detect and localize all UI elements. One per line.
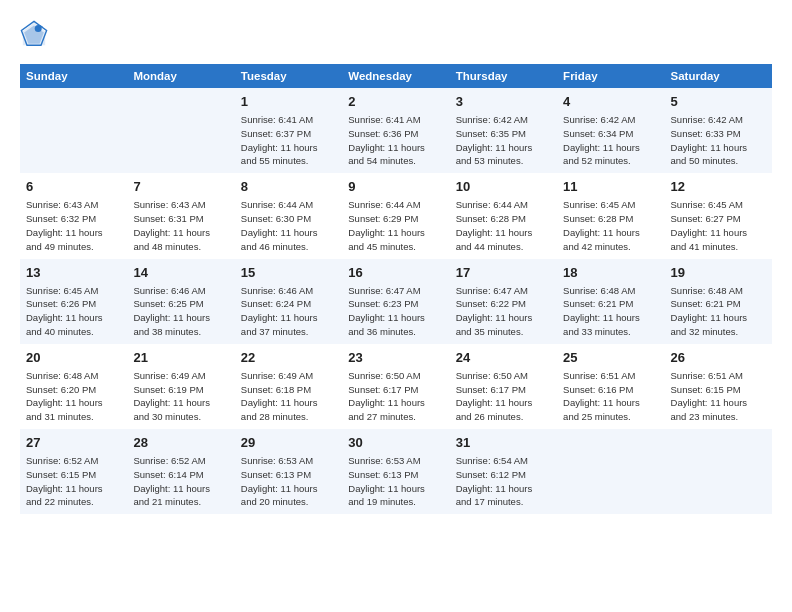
day-number: 4 [563, 93, 658, 111]
day-info: Sunrise: 6:42 AM Sunset: 6:33 PM Dayligh… [671, 113, 766, 168]
calendar-cell: 9Sunrise: 6:44 AM Sunset: 6:29 PM Daylig… [342, 173, 449, 258]
day-number: 24 [456, 349, 551, 367]
day-info: Sunrise: 6:47 AM Sunset: 6:23 PM Dayligh… [348, 284, 443, 339]
page-header [20, 20, 772, 48]
day-info: Sunrise: 6:49 AM Sunset: 6:19 PM Dayligh… [133, 369, 228, 424]
calendar-week-row: 13Sunrise: 6:45 AM Sunset: 6:26 PM Dayli… [20, 259, 772, 344]
day-info: Sunrise: 6:44 AM Sunset: 6:30 PM Dayligh… [241, 198, 336, 253]
calendar-cell: 12Sunrise: 6:45 AM Sunset: 6:27 PM Dayli… [665, 173, 772, 258]
day-number: 11 [563, 178, 658, 196]
day-number: 29 [241, 434, 336, 452]
day-info: Sunrise: 6:44 AM Sunset: 6:29 PM Dayligh… [348, 198, 443, 253]
calendar-cell: 13Sunrise: 6:45 AM Sunset: 6:26 PM Dayli… [20, 259, 127, 344]
calendar-cell [665, 429, 772, 514]
day-number: 10 [456, 178, 551, 196]
day-number: 21 [133, 349, 228, 367]
day-number: 23 [348, 349, 443, 367]
day-number: 16 [348, 264, 443, 282]
day-info: Sunrise: 6:48 AM Sunset: 6:20 PM Dayligh… [26, 369, 121, 424]
day-number: 12 [671, 178, 766, 196]
calendar-table: SundayMondayTuesdayWednesdayThursdayFrid… [20, 64, 772, 514]
day-info: Sunrise: 6:45 AM Sunset: 6:28 PM Dayligh… [563, 198, 658, 253]
day-info: Sunrise: 6:50 AM Sunset: 6:17 PM Dayligh… [456, 369, 551, 424]
day-number: 3 [456, 93, 551, 111]
calendar-cell: 30Sunrise: 6:53 AM Sunset: 6:13 PM Dayli… [342, 429, 449, 514]
calendar-cell: 17Sunrise: 6:47 AM Sunset: 6:22 PM Dayli… [450, 259, 557, 344]
weekday-header-wednesday: Wednesday [342, 64, 449, 88]
calendar-cell: 27Sunrise: 6:52 AM Sunset: 6:15 PM Dayli… [20, 429, 127, 514]
calendar-cell: 25Sunrise: 6:51 AM Sunset: 6:16 PM Dayli… [557, 344, 664, 429]
day-info: Sunrise: 6:48 AM Sunset: 6:21 PM Dayligh… [671, 284, 766, 339]
day-number: 6 [26, 178, 121, 196]
day-info: Sunrise: 6:45 AM Sunset: 6:27 PM Dayligh… [671, 198, 766, 253]
weekday-header-tuesday: Tuesday [235, 64, 342, 88]
calendar-cell: 20Sunrise: 6:48 AM Sunset: 6:20 PM Dayli… [20, 344, 127, 429]
day-info: Sunrise: 6:54 AM Sunset: 6:12 PM Dayligh… [456, 454, 551, 509]
calendar-cell: 6Sunrise: 6:43 AM Sunset: 6:32 PM Daylig… [20, 173, 127, 258]
weekday-header-sunday: Sunday [20, 64, 127, 88]
calendar-body: 1Sunrise: 6:41 AM Sunset: 6:37 PM Daylig… [20, 88, 772, 514]
weekday-header-row: SundayMondayTuesdayWednesdayThursdayFrid… [20, 64, 772, 88]
day-number: 18 [563, 264, 658, 282]
day-number: 2 [348, 93, 443, 111]
weekday-header-friday: Friday [557, 64, 664, 88]
calendar-cell: 3Sunrise: 6:42 AM Sunset: 6:35 PM Daylig… [450, 88, 557, 173]
calendar-cell [20, 88, 127, 173]
day-info: Sunrise: 6:48 AM Sunset: 6:21 PM Dayligh… [563, 284, 658, 339]
day-info: Sunrise: 6:51 AM Sunset: 6:15 PM Dayligh… [671, 369, 766, 424]
calendar-cell: 2Sunrise: 6:41 AM Sunset: 6:36 PM Daylig… [342, 88, 449, 173]
calendar-cell: 11Sunrise: 6:45 AM Sunset: 6:28 PM Dayli… [557, 173, 664, 258]
calendar-week-row: 6Sunrise: 6:43 AM Sunset: 6:32 PM Daylig… [20, 173, 772, 258]
day-number: 5 [671, 93, 766, 111]
day-info: Sunrise: 6:52 AM Sunset: 6:15 PM Dayligh… [26, 454, 121, 509]
calendar-cell: 31Sunrise: 6:54 AM Sunset: 6:12 PM Dayli… [450, 429, 557, 514]
calendar-cell: 15Sunrise: 6:46 AM Sunset: 6:24 PM Dayli… [235, 259, 342, 344]
day-info: Sunrise: 6:45 AM Sunset: 6:26 PM Dayligh… [26, 284, 121, 339]
calendar-cell [557, 429, 664, 514]
logo-icon [20, 20, 48, 48]
calendar-cell: 5Sunrise: 6:42 AM Sunset: 6:33 PM Daylig… [665, 88, 772, 173]
day-number: 26 [671, 349, 766, 367]
day-info: Sunrise: 6:53 AM Sunset: 6:13 PM Dayligh… [348, 454, 443, 509]
calendar-week-row: 27Sunrise: 6:52 AM Sunset: 6:15 PM Dayli… [20, 429, 772, 514]
day-number: 1 [241, 93, 336, 111]
day-number: 30 [348, 434, 443, 452]
day-number: 17 [456, 264, 551, 282]
day-info: Sunrise: 6:53 AM Sunset: 6:13 PM Dayligh… [241, 454, 336, 509]
calendar-cell: 14Sunrise: 6:46 AM Sunset: 6:25 PM Dayli… [127, 259, 234, 344]
calendar-cell: 16Sunrise: 6:47 AM Sunset: 6:23 PM Dayli… [342, 259, 449, 344]
weekday-header-thursday: Thursday [450, 64, 557, 88]
day-info: Sunrise: 6:47 AM Sunset: 6:22 PM Dayligh… [456, 284, 551, 339]
day-info: Sunrise: 6:41 AM Sunset: 6:37 PM Dayligh… [241, 113, 336, 168]
calendar-cell: 8Sunrise: 6:44 AM Sunset: 6:30 PM Daylig… [235, 173, 342, 258]
day-info: Sunrise: 6:52 AM Sunset: 6:14 PM Dayligh… [133, 454, 228, 509]
day-number: 20 [26, 349, 121, 367]
weekday-header-saturday: Saturday [665, 64, 772, 88]
calendar-week-row: 1Sunrise: 6:41 AM Sunset: 6:37 PM Daylig… [20, 88, 772, 173]
calendar-cell: 4Sunrise: 6:42 AM Sunset: 6:34 PM Daylig… [557, 88, 664, 173]
calendar-cell: 23Sunrise: 6:50 AM Sunset: 6:17 PM Dayli… [342, 344, 449, 429]
day-number: 27 [26, 434, 121, 452]
day-info: Sunrise: 6:42 AM Sunset: 6:35 PM Dayligh… [456, 113, 551, 168]
calendar-cell: 21Sunrise: 6:49 AM Sunset: 6:19 PM Dayli… [127, 344, 234, 429]
day-number: 7 [133, 178, 228, 196]
calendar-cell: 29Sunrise: 6:53 AM Sunset: 6:13 PM Dayli… [235, 429, 342, 514]
calendar-header: SundayMondayTuesdayWednesdayThursdayFrid… [20, 64, 772, 88]
day-number: 9 [348, 178, 443, 196]
day-number: 22 [241, 349, 336, 367]
day-info: Sunrise: 6:46 AM Sunset: 6:24 PM Dayligh… [241, 284, 336, 339]
calendar-cell: 24Sunrise: 6:50 AM Sunset: 6:17 PM Dayli… [450, 344, 557, 429]
calendar-week-row: 20Sunrise: 6:48 AM Sunset: 6:20 PM Dayli… [20, 344, 772, 429]
day-number: 19 [671, 264, 766, 282]
day-info: Sunrise: 6:50 AM Sunset: 6:17 PM Dayligh… [348, 369, 443, 424]
calendar-cell: 10Sunrise: 6:44 AM Sunset: 6:28 PM Dayli… [450, 173, 557, 258]
calendar-cell: 19Sunrise: 6:48 AM Sunset: 6:21 PM Dayli… [665, 259, 772, 344]
day-number: 13 [26, 264, 121, 282]
calendar-cell: 1Sunrise: 6:41 AM Sunset: 6:37 PM Daylig… [235, 88, 342, 173]
calendar-cell: 7Sunrise: 6:43 AM Sunset: 6:31 PM Daylig… [127, 173, 234, 258]
calendar-cell: 26Sunrise: 6:51 AM Sunset: 6:15 PM Dayli… [665, 344, 772, 429]
day-info: Sunrise: 6:46 AM Sunset: 6:25 PM Dayligh… [133, 284, 228, 339]
day-info: Sunrise: 6:44 AM Sunset: 6:28 PM Dayligh… [456, 198, 551, 253]
day-info: Sunrise: 6:41 AM Sunset: 6:36 PM Dayligh… [348, 113, 443, 168]
calendar-cell: 18Sunrise: 6:48 AM Sunset: 6:21 PM Dayli… [557, 259, 664, 344]
